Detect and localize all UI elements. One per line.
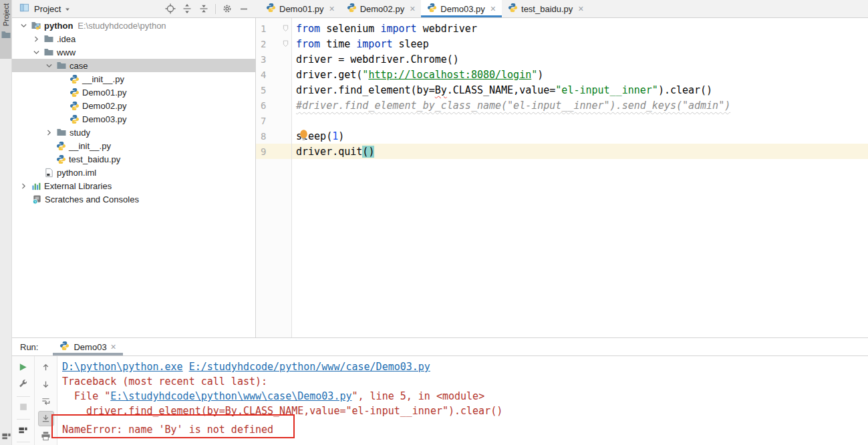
python-icon <box>59 341 69 353</box>
top-bar: Project Demo01.py×Demo02.py×Demo03.py×te… <box>12 0 868 18</box>
tree-item-label: www <box>57 47 76 57</box>
gutter-line-2[interactable]: 2 <box>256 36 291 51</box>
console-file-link[interactable]: D:\python\python.exe <box>62 361 183 373</box>
tree-item-demo01-py[interactable]: Demo01.py <box>12 86 255 99</box>
code-token: 1 <box>332 130 338 142</box>
run-label: Run: <box>20 342 38 352</box>
wrench-button[interactable] <box>15 376 31 392</box>
chevron-right-icon[interactable] <box>43 128 55 137</box>
code-line-2[interactable]: from time import sleep <box>292 36 868 51</box>
code-line-9[interactable]: driver.quit() <box>292 144 868 159</box>
tree-item-python[interactable]: pythonE:\studyhdcode\python <box>12 19 255 32</box>
close-icon[interactable]: × <box>490 4 496 13</box>
code-line-6[interactable]: #driver.find_element_by_class_name("el-i… <box>292 98 868 113</box>
tree-item-idea[interactable]: .idea <box>12 32 255 45</box>
tree-item-label: case <box>69 61 88 71</box>
gutter-line-9[interactable]: 9 <box>256 144 291 159</box>
code-token: .CLASS_NAME,value= <box>447 84 556 96</box>
tab-demo01-py[interactable]: Demo01.py× <box>260 0 341 17</box>
collapse-all-icon[interactable] <box>198 3 209 14</box>
intention-bulb-icon[interactable] <box>299 130 308 142</box>
tree-item-demo03-py[interactable]: Demo03.py <box>12 112 255 126</box>
fold-marker-icon[interactable] <box>283 25 289 32</box>
minimize-icon[interactable] <box>239 3 249 14</box>
tree-item-demo02-py[interactable]: Demo02.py <box>12 99 255 112</box>
arrow-down-button[interactable] <box>38 377 54 393</box>
folder-icon <box>55 60 68 71</box>
close-icon[interactable]: × <box>410 4 415 13</box>
gutter-line-8[interactable]: 8 <box>256 128 291 144</box>
gutter-line-7[interactable]: 7 <box>256 113 291 128</box>
libraries-icon <box>29 181 43 191</box>
tree-item-www[interactable]: www <box>12 45 255 59</box>
tree-item-init-py[interactable]: __init__.py <box>12 139 255 152</box>
tab-demo02-py[interactable]: Demo02.py× <box>341 0 422 17</box>
tree-item-study[interactable]: study <box>12 126 255 139</box>
tree-item-test-baidu-py[interactable]: test_baidu.py <box>12 152 255 166</box>
gutter-line-5[interactable]: 5 <box>256 82 291 98</box>
editor[interactable]: 123456789 from selenium import webdriver… <box>256 18 868 337</box>
code-line-5[interactable]: driver.find_element(by=By.CLASS_NAME,val… <box>292 82 868 98</box>
python-file-icon <box>67 74 81 84</box>
tree-item-scratches-and-consoles[interactable]: Scratches and Consoles <box>12 192 255 206</box>
python-file-icon <box>54 141 67 151</box>
project-toolwindow-button[interactable]: Project <box>0 0 11 59</box>
expand-all-icon[interactable] <box>182 3 192 14</box>
code-token: driver = webdriver.Chrome() <box>296 53 459 65</box>
stop-button[interactable] <box>15 400 31 415</box>
chevron-right-icon[interactable] <box>30 35 42 43</box>
close-icon[interactable]: × <box>111 342 116 351</box>
chevron-down-icon[interactable] <box>17 21 29 30</box>
tab-label: Demo02.py <box>360 4 404 14</box>
code-area[interactable]: from selenium import webdriverfrom time … <box>292 18 868 337</box>
gutter-line-3[interactable]: 3 <box>256 51 291 67</box>
chevron-down-icon[interactable] <box>63 5 71 13</box>
tab-demo03-py[interactable]: Demo03.py× <box>421 0 502 17</box>
tree-item-external-libraries[interactable]: External Libraries <box>12 179 255 192</box>
chevron-down-icon[interactable] <box>30 48 42 57</box>
python-icon <box>427 3 437 15</box>
code-line-1[interactable]: from selenium import webdriver <box>292 21 868 36</box>
rerun-button[interactable] <box>38 394 54 410</box>
iml-file-icon <box>42 168 55 178</box>
project-panel-title[interactable]: Project <box>34 4 61 14</box>
gutter-line-6[interactable]: 6 <box>256 98 291 113</box>
play-button[interactable] <box>15 359 31 375</box>
gear-icon[interactable] <box>222 3 233 14</box>
gutter-line-4[interactable]: 4 <box>256 67 291 82</box>
tree-item-case[interactable]: case <box>12 59 255 72</box>
tree-item-label: External Libraries <box>44 181 112 191</box>
fold-marker-icon[interactable] <box>283 40 289 47</box>
console-text: driver.find_element(by=By.CLASS_NAME,val… <box>62 405 502 417</box>
tab-label: Demo03.py <box>440 4 484 14</box>
code-token: import <box>356 38 392 50</box>
scroll-end-button[interactable] <box>38 411 54 427</box>
tab-label: Demo01.py <box>279 4 323 14</box>
scratches-icon <box>30 194 43 204</box>
toolbar-separator <box>17 442 30 442</box>
toolwindow-layout-icon[interactable] <box>1 431 11 441</box>
code-line-3[interactable]: driver = webdriver.Chrome() <box>292 51 868 67</box>
run-tab-demo03[interactable]: Demo03 × <box>53 338 122 355</box>
tab-test-baidu-py[interactable]: test_baidu.py× <box>502 0 590 17</box>
tree-item-python-iml[interactable]: python.iml <box>12 166 255 179</box>
chevron-right-icon[interactable] <box>17 182 29 190</box>
locate-icon[interactable] <box>165 3 176 14</box>
console-file-link[interactable]: E:\studyhdcode\python\www\case\Demo03.py <box>110 390 351 402</box>
close-icon[interactable]: × <box>329 4 334 13</box>
printer-button[interactable] <box>38 428 54 444</box>
tree-item-init-py[interactable]: __init__.py <box>12 72 255 86</box>
layout-button[interactable] <box>15 422 31 438</box>
code-line-8[interactable]: sleep(1) <box>292 128 868 144</box>
project-view-icon <box>19 3 29 15</box>
line-number: 9 <box>261 146 266 157</box>
code-line-7[interactable] <box>292 113 868 128</box>
code-line-4[interactable]: driver.get("http://localhost:8080/login"… <box>292 67 868 82</box>
console-file-link[interactable]: E:/studyhdcode/python/www/case/Demo03.py <box>189 361 430 373</box>
close-icon[interactable]: × <box>578 4 583 13</box>
chevron-down-icon[interactable] <box>43 61 55 70</box>
arrow-up-button[interactable] <box>38 359 54 376</box>
gutter-line-1[interactable]: 1 <box>256 21 291 36</box>
tree-item-label: test_baidu.py <box>69 154 120 164</box>
console-line-5: NameError: name 'By' is not defined <box>62 422 868 437</box>
